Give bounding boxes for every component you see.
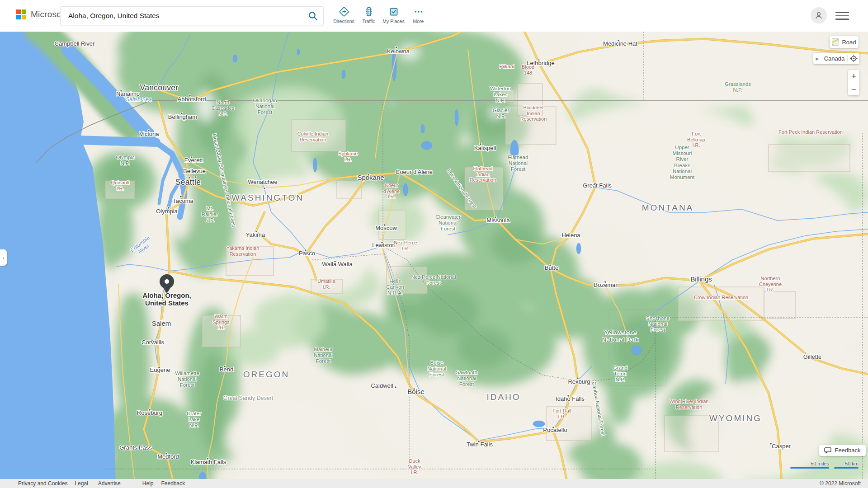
- nav-label: Traffic: [362, 19, 375, 24]
- search-icon: [308, 11, 318, 21]
- top-bar: Microsoft Bing Directions: [0, 0, 868, 32]
- map-feedback-button[interactable]: Feedback: [819, 445, 866, 456]
- map-label: Coeur d'Alene: [396, 169, 433, 175]
- account-button[interactable]: [811, 7, 827, 23]
- map-label: Twin Falls: [467, 441, 493, 448]
- map-label: Spokane: [357, 174, 384, 181]
- nav-label: Directions: [333, 19, 354, 24]
- help-link[interactable]: Help: [142, 480, 154, 487]
- map-label: Pocatello: [543, 427, 567, 433]
- map-label: Olympia: [156, 208, 178, 215]
- map-label: Pasco: [299, 250, 315, 257]
- map-label: IDAHO: [486, 392, 520, 402]
- map-label: Great Sandy Desert: [223, 395, 274, 401]
- traffic-icon: [363, 6, 374, 17]
- microsoft-logo-icon: [16, 9, 26, 19]
- map-style-button[interactable]: Road: [830, 36, 859, 48]
- map-label: Wenatchee: [248, 178, 278, 185]
- map-label: MONTANA: [642, 203, 694, 212]
- more-button[interactable]: More: [406, 5, 431, 24]
- map-label: Kalispell: [474, 145, 496, 151]
- directions-button[interactable]: Directions: [331, 5, 356, 24]
- chevron-right-icon: ▶: [813, 56, 821, 61]
- map-label: Abbotsford: [178, 96, 206, 103]
- map-nav: Directions Traffic My Places: [331, 5, 431, 24]
- map-label: Klamath Falls: [191, 459, 226, 465]
- locate-me-button[interactable]: [848, 53, 859, 64]
- traffic-button[interactable]: Traffic: [356, 5, 381, 24]
- region-control[interactable]: ▶ Canada: [813, 53, 859, 64]
- map-label: Campbell River: [55, 40, 95, 47]
- legal-link[interactable]: Legal: [75, 480, 88, 487]
- map-label: Medford: [157, 453, 179, 460]
- map-label: Roseburg: [137, 409, 162, 416]
- map-label: Vancouver: [140, 83, 178, 92]
- map-label: Lewiston: [372, 242, 395, 249]
- map-label: YellowstoneNational Park: [602, 329, 638, 343]
- map-label: WYOMING: [709, 413, 762, 423]
- scale-km-line: [834, 467, 859, 469]
- map-label: Helena: [561, 232, 580, 239]
- sidebar-collapse-tab[interactable]: ‹: [0, 249, 7, 266]
- map-label: Boise: [407, 388, 425, 395]
- my-places-button[interactable]: My Places: [381, 5, 406, 24]
- map-label: MalheurNationalForest: [314, 347, 333, 364]
- search-box: [60, 6, 324, 25]
- map-label: Fort Peck Indian Reservation: [778, 129, 843, 135]
- map-label: Casper: [772, 443, 791, 450]
- map-label: Corvallis: [142, 339, 164, 346]
- scale-miles-line: [790, 467, 829, 469]
- map-label: Victoria: [139, 131, 159, 137]
- region-label: Canada: [821, 55, 847, 62]
- speech-bubble-icon: [824, 447, 831, 454]
- feedback-link[interactable]: Feedback: [161, 480, 185, 487]
- map-label: Idaho Falls: [556, 395, 585, 402]
- search-input[interactable]: [61, 12, 302, 20]
- map-label: Moscow: [375, 225, 397, 231]
- map-label: Salish Sea: [126, 96, 152, 103]
- map-label: Missoula: [486, 217, 510, 224]
- scale-miles: 50 miles: [790, 461, 829, 469]
- map-label: Everett: [184, 157, 203, 164]
- map-style-label: Road: [842, 39, 856, 46]
- scale-km: 50 km: [834, 461, 859, 469]
- search-button[interactable]: [302, 7, 323, 25]
- nav-label: My Places: [382, 19, 404, 24]
- map-label: Grants Pass: [119, 444, 152, 451]
- menu-button[interactable]: [835, 9, 850, 23]
- map-label: Salem: [152, 319, 171, 327]
- nav-label: More: [413, 19, 424, 24]
- map-label: Bellevue: [183, 168, 206, 174]
- map-label: WASHINGTON: [231, 193, 304, 202]
- map-label: Rexburg: [568, 378, 590, 385]
- map-label: Piikani: [500, 64, 514, 69]
- map-label: Bend: [220, 366, 233, 373]
- scale-miles-label: 50 miles: [811, 461, 829, 466]
- map-label: Colville IndianReservation: [297, 131, 328, 142]
- map-label: Great Falls: [583, 182, 612, 189]
- privacy-link[interactable]: Privacy and Cookies: [18, 480, 67, 487]
- map-label: Yakima: [246, 231, 265, 238]
- map-label: Kelowna: [387, 48, 410, 55]
- map-canvas[interactable]: Campbell RiverNanaimoSalish SeaVancouver…: [0, 32, 868, 479]
- zoom-in-button[interactable]: +: [848, 70, 859, 83]
- map-label: OREGON: [243, 370, 289, 379]
- map-label: Bozeman: [594, 282, 619, 288]
- map-label: Gillette: [803, 353, 821, 360]
- footer-links: Privacy and Cookies Legal Advertise Help…: [0, 480, 185, 487]
- map-label: Yakama IndianReservation: [226, 245, 259, 257]
- directions-icon: [339, 6, 349, 17]
- chevron-left-icon: ‹: [3, 255, 4, 260]
- map-label: Seattle: [175, 178, 201, 187]
- city-dot: [264, 188, 266, 190]
- scale-km-label: 50 km: [845, 461, 859, 466]
- pin-label: Aloha, Oregon,United States: [142, 291, 191, 307]
- person-icon: [814, 11, 823, 20]
- feedback-label: Feedback: [835, 447, 860, 454]
- map-label: Butte: [545, 264, 558, 271]
- road-style-icon: [832, 38, 839, 46]
- map-label: Crow Indian Reservation: [694, 295, 748, 300]
- advertise-link[interactable]: Advertise: [98, 480, 121, 487]
- zoom-out-button[interactable]: −: [848, 83, 859, 96]
- city-dot: [395, 386, 397, 389]
